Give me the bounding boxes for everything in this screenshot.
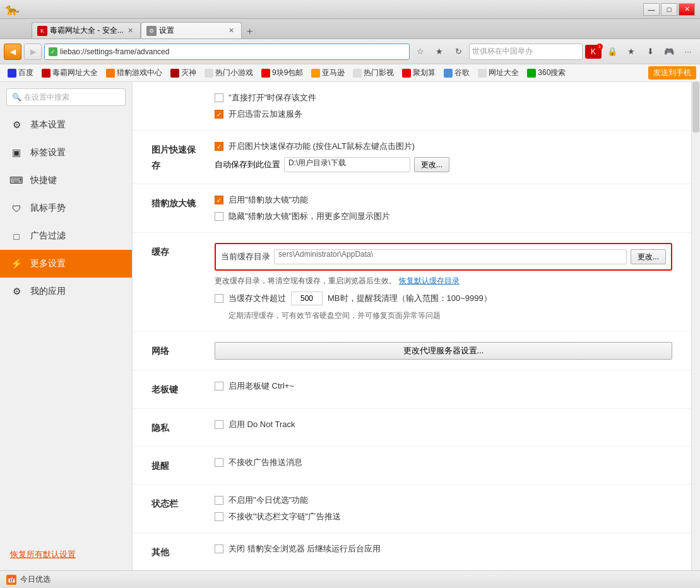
dnt-checkbox[interactable] (215, 420, 223, 429)
search-placeholder-text: 在设置中搜索 (24, 92, 69, 103)
more-icon[interactable]: ··· (680, 45, 696, 59)
tab-virus[interactable]: K 毒霸网址大全 - 安全... ✕ (32, 22, 141, 38)
sidebar-item-adblock[interactable]: □ 广告过滤 (0, 222, 132, 250)
tab-settings-close[interactable]: ✕ (227, 26, 236, 35)
bookmark-all[interactable]: 网址大全 (474, 66, 523, 80)
privacy-label: 隐私 (151, 419, 202, 436)
section-cache: 缓存 当前缓存目录 sers\Administrator\AppData\ 更改… (133, 233, 691, 332)
background-run-checkbox[interactable] (215, 544, 223, 553)
new-tab-button[interactable]: + (242, 25, 258, 38)
search-icon: 🔍 (12, 93, 21, 102)
settings-search-input[interactable]: 🔍 在设置中搜索 (6, 88, 126, 106)
sidebar-item-mouse-label: 鼠标手势 (30, 203, 66, 214)
maximize-button[interactable]: □ (661, 3, 677, 16)
download-icon[interactable]: ⬇ (642, 45, 658, 59)
shortcuts-icon: ⌨ (10, 174, 23, 187)
bookmark-game[interactable]: 猎豹游戏中心 (102, 66, 166, 80)
no-ad-push-text: 不接收广告推送消息 (228, 457, 302, 468)
bookmark-hotmovie[interactable]: 热门影视 (349, 66, 398, 80)
bookmark-mie[interactable]: 灭神 (167, 66, 200, 80)
checkbox-image-save: 开启图片快速保存功能 (按住ALT鼠标左键点击图片) (215, 141, 672, 152)
section-content: "直接打开"时保存该文件 开启迅雷云加速服务 (215, 92, 672, 120)
star-filled-icon[interactable]: ★ (431, 45, 448, 59)
main-layout: 🔍 在设置中搜索 ⚙ 基本设置 ▣ 标签设置 ⌨ 快捷键 🛡 鼠标手势 □ 广 (0, 82, 700, 570)
tab-settings[interactable]: ⚙ 设置 ✕ (141, 22, 242, 38)
image-save-change-btn[interactable]: 更改... (414, 157, 449, 172)
checkbox-thunder: 开启迅雷云加速服务 (215, 109, 672, 120)
more-settings-icon: ⚡ (10, 257, 23, 270)
notification-content: 不接收广告推送消息 (215, 457, 672, 468)
tab-virus-close[interactable]: ✕ (126, 26, 135, 35)
sidebar-item-tabs-label: 标签设置 (30, 147, 66, 158)
scrollbar-thumb[interactable] (692, 82, 699, 132)
network-label: 网络 (151, 342, 202, 359)
back-button[interactable]: ◀ (4, 44, 21, 60)
sidebar-item-shortcuts[interactable]: ⌨ 快捷键 (0, 167, 132, 194)
send-to-phone-button[interactable]: 发送到手机 (648, 66, 696, 79)
proxy-settings-button[interactable]: 更改代理服务器设置... (215, 342, 672, 360)
statusbar-section-content: 不启用"今日优选"功能 不接收"状态栏文字链"广告推送 (215, 495, 672, 522)
image-save-path-row: 自动保存到此位置 D:\用户目录\下载 更改... (215, 157, 672, 172)
thunder-checkbox[interactable] (215, 110, 223, 119)
no-today-best-checkbox[interactable] (215, 496, 223, 505)
sidebar-item-tabs[interactable]: ▣ 标签设置 (0, 139, 132, 167)
bosskey-checkbox[interactable] (215, 382, 223, 391)
restore-all-defaults-link[interactable]: 恢复所有默认设置 (10, 550, 76, 559)
sidebar-bottom: 恢复所有默认设置 (0, 539, 132, 570)
sidebar-item-mouse[interactable]: 🛡 鼠标手势 (0, 194, 132, 222)
game-icon[interactable]: 🎮 (661, 45, 677, 59)
section-notification: 提醒 不接收广告推送消息 (133, 447, 691, 485)
bookmark-baidu[interactable]: 百度 (4, 66, 37, 80)
cache-size-input[interactable] (291, 291, 323, 305)
bookmark-duba[interactable]: 毒霸网址大全 (38, 66, 102, 80)
sidebar-item-basic[interactable]: ⚙ 基本设置 (0, 111, 132, 139)
bookmark-9kuai[interactable]: 9块9包邮 (258, 66, 307, 80)
checkbox-magnifier-hide: 隐藏"猎豹放大镜"图标，用更多空间显示图片 (215, 211, 672, 222)
close-button[interactable]: ✕ (679, 3, 695, 16)
no-ad-push-checkbox[interactable] (215, 458, 223, 467)
cache-dir-path[interactable]: sers\Administrator\AppData\ (274, 249, 627, 264)
search-bar[interactable]: 世俱杯在中国举办 (469, 44, 583, 60)
bookmark-google[interactable]: 谷歌 (440, 66, 473, 80)
no-statusbar-ad-checkbox[interactable] (215, 512, 223, 521)
section-label (151, 92, 202, 93)
bookmark-360[interactable]: 360搜索 (523, 66, 569, 80)
browser-logo-icon: 🐆 (5, 3, 19, 16)
magnifier-enable-checkbox[interactable] (215, 196, 223, 204)
lock-icon[interactable]: 🔒 (604, 45, 620, 59)
bookmark-juhua[interactable]: 聚划算 (398, 66, 439, 80)
star-icon[interactable]: ☆ (412, 45, 429, 59)
direct-open-checkbox[interactable] (215, 93, 223, 102)
checkbox-no-ad-push: 不接收广告推送消息 (215, 457, 672, 468)
bookmark-hotgames[interactable]: 热门小游戏 (201, 66, 257, 80)
other-content: 关闭 猎豹安全浏览器 后继续运行后台应用 (215, 543, 672, 555)
notification-label: 提醒 (151, 457, 202, 474)
magnifier-enable-text: 启用"猎豹放大镜"功能 (228, 194, 308, 206)
refresh-button[interactable]: ↻ (450, 45, 466, 59)
sidebar-item-more-label: 更多设置 (30, 258, 66, 269)
no-statusbar-ad-text: 不接收"状态栏文字链"广告推送 (228, 511, 341, 522)
privacy-content: 启用 Do Not Track (215, 419, 672, 430)
cache-limit-unit: MB时，提醒我清理（输入范围：100~9999） (328, 293, 492, 304)
sidebar-item-myapps[interactable]: ⚙ 我的应用 (0, 278, 132, 305)
image-save-path-input[interactable]: D:\用户目录\下载 (284, 157, 410, 172)
cache-dir-change-btn[interactable]: 更改... (631, 249, 666, 264)
bookmark-amazon[interactable]: 亚马逊 (307, 66, 348, 80)
sidebar-item-more[interactable]: ⚡ 更多设置 (0, 250, 132, 278)
restore-cache-default-link[interactable]: 恢复默认缓存目录 (399, 276, 460, 286)
auto-save-label: 自动保存到此位置 (215, 159, 280, 170)
forward-button[interactable]: ▶ (24, 44, 42, 60)
image-save-checkbox[interactable] (215, 142, 223, 151)
address-bar[interactable]: ✓ liebao://settings-frame/advanced (44, 44, 410, 60)
bookmark-icon[interactable]: ★ (623, 45, 639, 59)
today-select-label: 今日优选 (20, 574, 50, 585)
checkbox-magnifier-enable: 启用"猎豹放大镜"功能 (215, 194, 672, 206)
scrollbar[interactable] (691, 82, 700, 570)
minimize-button[interactable]: — (643, 3, 660, 16)
magnifier-hide-checkbox[interactable] (215, 212, 223, 221)
cache-limit-checkbox[interactable] (215, 294, 223, 303)
tab-virus-label: 毒霸网址大全 - 安全... (50, 25, 124, 36)
user-icon-btn[interactable]: K 1 (585, 45, 602, 59)
checkbox-background-run: 关闭 猎豹安全浏览器 后继续运行后台应用 (215, 543, 672, 555)
sidebar-nav: ⚙ 基本设置 ▣ 标签设置 ⌨ 快捷键 🛡 鼠标手势 □ 广告过滤 ⚡ 更多设置 (0, 111, 132, 305)
